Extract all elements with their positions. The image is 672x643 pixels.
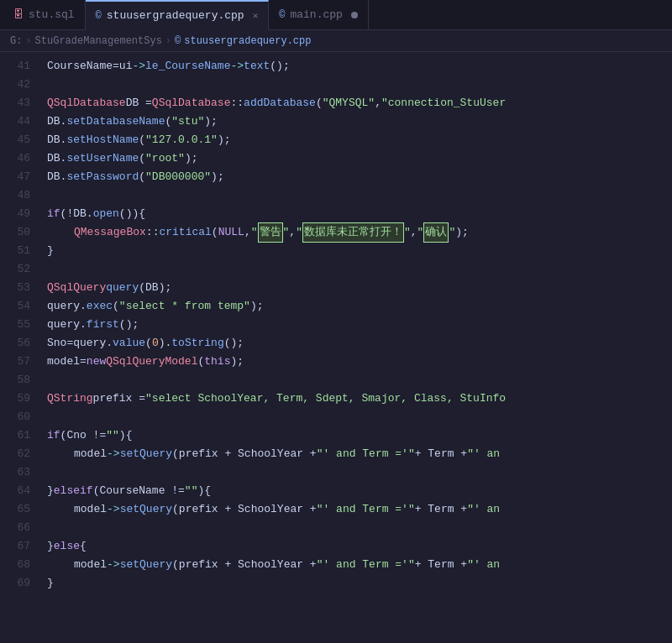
breadcrumb: G: › StuGradeManagementSys › © stuusergr… xyxy=(0,30,672,52)
code-line-52 xyxy=(47,260,672,279)
cpp-icon-active: © xyxy=(96,10,102,22)
code-line-49: if(!DB.open()){ xyxy=(47,205,672,223)
tab-bar: 🗄 stu.sql © stuusergradequery.cpp ✕ © ma… xyxy=(0,0,672,30)
code-line-57: model = new QSqlQueryModel(this); xyxy=(47,353,672,371)
tab-stu-sql[interactable]: 🗄 stu.sql xyxy=(3,0,86,30)
code-line-46: DB.setUserName("root"); xyxy=(47,149,672,168)
code-line-68: model->setQuery(prefix + SchoolYear + "'… xyxy=(47,556,672,574)
code-line-63 xyxy=(47,463,672,482)
close-tab-button[interactable]: ✕ xyxy=(253,10,259,21)
tab-main-cpp[interactable]: © main.cpp xyxy=(269,0,369,30)
code-line-45: DB.setHostName("127.0.0.1"); xyxy=(47,131,672,149)
code-line-61: if(Cno != ""){ xyxy=(47,426,672,445)
code-line-42 xyxy=(47,76,672,94)
code-line-51: } xyxy=(47,242,672,260)
code-line-60 xyxy=(47,408,672,426)
stu-sql-icon: 🗄 xyxy=(13,8,24,21)
code-line-65: model->setQuery(prefix + SchoolYear + "'… xyxy=(47,500,672,519)
cpp-icon-breadcrumb: © xyxy=(175,35,181,47)
line-numbers: 41 42 43 44 45 46 47 48 49 50 51 52 53 5… xyxy=(0,52,40,643)
code-line-56: Sno = query.value(0).toString(); xyxy=(47,334,672,353)
code-content: CourseName = ui->le_CourseName->text(); … xyxy=(40,52,672,643)
code-line-43: QSqlDatabase DB = QSqlDatabase::addDatab… xyxy=(47,94,672,112)
tab-label-active: stuusergradequery.cpp xyxy=(107,9,244,22)
unsaved-dot xyxy=(351,12,358,18)
cpp-icon-main: © xyxy=(279,9,285,21)
code-line-44: DB.setDatabaseName("stu"); xyxy=(47,112,672,131)
code-line-55: query.first(); xyxy=(47,316,672,334)
tab-label-main: main.cpp xyxy=(290,8,342,21)
code-line-66 xyxy=(47,519,672,537)
code-line-58 xyxy=(47,371,672,389)
code-line-41: CourseName = ui->le_CourseName->text(); xyxy=(47,57,672,76)
code-line-69: } xyxy=(47,574,672,593)
code-line-59: QString prefix = "select SchoolYear, Ter… xyxy=(47,389,672,408)
code-line-67: }else{ xyxy=(47,537,672,556)
code-line-48 xyxy=(47,186,672,205)
code-line-47: DB.setPassword("DB000000"); xyxy=(47,168,672,186)
code-line-53: QSqlQuery query(DB); xyxy=(47,279,672,297)
code-line-54: query.exec("select * from temp"); xyxy=(47,297,672,316)
code-line-50: QMessageBox::critical(NULL,"警告","数据库未正常打… xyxy=(47,223,672,242)
code-line-62: model->setQuery(prefix + SchoolYear + "'… xyxy=(47,445,672,463)
breadcrumb-project: StuGradeManagementSys xyxy=(35,35,162,47)
tab-stuusergradequery-cpp[interactable]: © stuusergradequery.cpp ✕ xyxy=(86,0,270,30)
breadcrumb-g: G: xyxy=(10,35,22,47)
breadcrumb-file: stuusergradequery.cpp xyxy=(184,35,311,47)
code-line-64: }else if(CourseName !=""){ xyxy=(47,482,672,500)
tab-label: stu.sql xyxy=(29,8,75,21)
code-area: 41 42 43 44 45 46 47 48 49 50 51 52 53 5… xyxy=(0,52,672,643)
